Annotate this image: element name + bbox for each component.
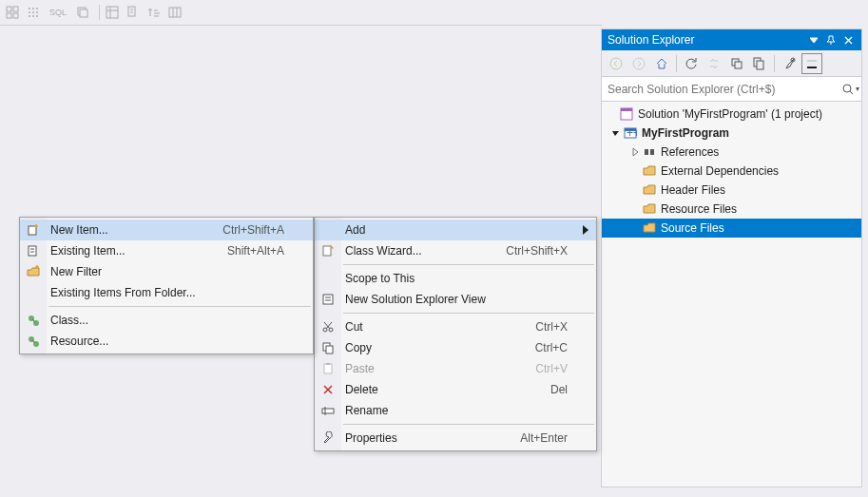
menu-delete[interactable]: Delete Del	[315, 379, 596, 400]
panel-titlebar: Solution Explorer	[602, 29, 861, 50]
source-files-node[interactable]: Source Files	[602, 219, 861, 238]
project-node[interactable]: ++ MyFirstProgram	[602, 124, 861, 143]
menu-separator	[343, 313, 594, 314]
menu-scope[interactable]: Scope to This	[315, 268, 596, 289]
external-deps-node[interactable]: External Dependencies	[602, 162, 861, 181]
grid-icon[interactable]	[4, 4, 21, 21]
menu-rename[interactable]: Rename	[315, 400, 596, 421]
references-node[interactable]: References	[602, 143, 861, 162]
new-item-icon	[25, 221, 42, 239]
svg-point-4	[29, 8, 30, 10]
svg-point-36	[843, 85, 851, 92]
project-icon: ++	[623, 125, 638, 141]
svg-text:++: ++	[627, 126, 637, 140]
panel-pin-button[interactable]	[823, 32, 839, 48]
svg-line-37	[850, 91, 853, 94]
menu-add-resource[interactable]: Resource...	[20, 331, 313, 352]
class-icon	[25, 312, 42, 329]
menu-separator	[48, 306, 311, 307]
folder-icon	[642, 201, 657, 217]
svg-point-28	[633, 58, 645, 69]
svg-rect-15	[106, 7, 118, 18]
menu-existing-folder[interactable]: Existing Items From Folder...	[20, 282, 313, 303]
context-menu: Add Class Wizard... Ctrl+Shift+X Scope t…	[314, 217, 597, 451]
nav-back-button[interactable]	[606, 53, 627, 74]
folder-icon	[642, 220, 657, 236]
preview-button[interactable]	[801, 53, 822, 74]
home-button[interactable]	[651, 53, 672, 74]
menu-existing-item[interactable]: Existing Item... Shift+Alt+A	[20, 240, 313, 261]
refresh-button[interactable]	[681, 53, 702, 74]
menu-new-view[interactable]: New Solution Explorer View	[315, 289, 596, 310]
resource-files-node[interactable]: Resource Files	[602, 200, 861, 219]
tree-node-label: Solution 'MyFirstProgram' (1 project)	[638, 107, 826, 121]
menu-properties[interactable]: Properties Alt+Enter	[315, 428, 596, 449]
panel-menu-button[interactable]	[806, 32, 821, 48]
properties-button[interactable]	[779, 53, 800, 74]
menu-add-class[interactable]: Class...	[20, 310, 313, 331]
existing-item-icon	[25, 242, 42, 259]
tree-node-label: Resource Files	[661, 202, 741, 216]
paste-icon	[319, 360, 337, 377]
tree-view[interactable]: Solution 'MyFirstProgram' (1 project) ++…	[602, 102, 861, 487]
svg-rect-0	[7, 7, 11, 11]
expander-icon[interactable]	[606, 107, 619, 121]
show-all-files-button[interactable]	[749, 53, 770, 74]
delete-icon	[319, 381, 337, 398]
toolbar-separator	[676, 55, 677, 72]
menu-separator	[343, 424, 594, 425]
expander-closed-icon[interactable]	[628, 145, 642, 159]
svg-point-10	[29, 15, 30, 17]
new-filter-icon	[25, 263, 42, 280]
collapse-all-button[interactable]	[726, 53, 747, 74]
search-input[interactable]	[602, 83, 839, 96]
copy-icon	[319, 339, 337, 356]
menu-copy[interactable]: Copy Ctrl+C	[315, 337, 596, 358]
add-submenu: New Item... Ctrl+Shift+A Existing Item..…	[19, 217, 314, 354]
svg-rect-52	[326, 346, 333, 354]
submenu-arrow-icon	[583, 225, 588, 235]
svg-point-7	[29, 11, 30, 13]
header-files-node[interactable]: Header Files	[602, 181, 861, 200]
sql-icon[interactable]: SQL	[46, 4, 70, 21]
svg-point-12	[36, 15, 38, 17]
table-icon[interactable]	[104, 4, 121, 21]
menu-paste: Paste Ctrl+V	[315, 358, 596, 379]
svg-rect-53	[324, 364, 332, 373]
scissors-icon	[319, 318, 337, 335]
svg-rect-54	[326, 363, 330, 365]
svg-point-9	[36, 11, 38, 13]
folder-icon	[642, 163, 657, 179]
tree-node-label: References	[661, 145, 723, 159]
search-button[interactable]: ▾	[839, 78, 861, 101]
sort-asc-icon[interactable]	[145, 4, 163, 21]
menu-cut[interactable]: Cut Ctrl+X	[315, 316, 596, 337]
menu-new-item[interactable]: New Item... Ctrl+Shift+A	[20, 220, 313, 240]
query-icon[interactable]	[125, 4, 142, 21]
menu-separator	[343, 264, 594, 265]
expander-open-icon[interactable]	[609, 126, 623, 140]
svg-rect-45	[323, 246, 331, 256]
wrench-icon	[319, 430, 337, 447]
dots-grid-icon[interactable]	[25, 4, 42, 21]
toolbar-separator	[99, 5, 100, 20]
columns-icon[interactable]	[166, 4, 183, 21]
menu-add[interactable]: Add	[315, 220, 596, 240]
solution-icon	[619, 106, 634, 122]
sync-button[interactable]	[704, 53, 724, 74]
nav-forward-button[interactable]	[628, 53, 649, 74]
rename-icon	[319, 402, 337, 419]
panel-close-button[interactable]	[840, 32, 856, 48]
tree-node-label: External Dependencies	[661, 164, 782, 178]
wizard-icon	[319, 242, 337, 259]
menu-class-wizard[interactable]: Class Wizard... Ctrl+Shift+X	[315, 240, 596, 261]
svg-point-5	[32, 8, 34, 10]
svg-point-8	[32, 11, 34, 13]
svg-rect-24	[169, 8, 181, 17]
menu-new-filter[interactable]: New Filter	[20, 261, 313, 282]
layers-icon[interactable]	[74, 4, 91, 21]
resource-icon	[25, 333, 42, 350]
svg-rect-46	[323, 295, 333, 304]
svg-rect-30	[735, 62, 742, 68]
solution-node[interactable]: Solution 'MyFirstProgram' (1 project)	[602, 105, 861, 124]
